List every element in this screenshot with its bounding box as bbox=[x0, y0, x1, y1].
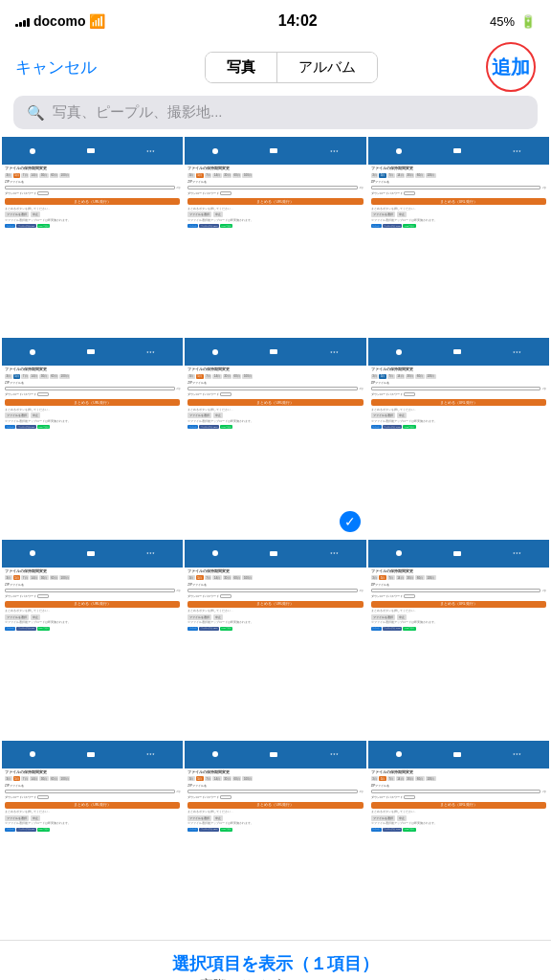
cell-line-btn[interactable]: LINEで送る bbox=[403, 828, 415, 832]
photo-cell[interactable]: ★★★ ファイルの保持期間変更 3日5日7日14日30日60日100日 ZIPフ… bbox=[2, 540, 183, 739]
photo-cell[interactable]: ★★★ ファイルの保持期間変更 3日5日7日14日30日60日100日 ZIPフ… bbox=[2, 137, 183, 336]
cell-combine-btn[interactable]: まとめる（URL発行） bbox=[371, 399, 546, 406]
add-button[interactable]: 追加 bbox=[486, 42, 536, 92]
photo-cell[interactable]: ★★★ ファイルの保持期間変更 3日5日7日14日30日60日100日 ZIPフ… bbox=[185, 137, 365, 336]
cell-follow-btn[interactable]: フォローする 1,812 bbox=[383, 224, 403, 228]
cell-combine-btn[interactable]: まとめる（URL発行） bbox=[187, 198, 363, 205]
cell-zip-input[interactable] bbox=[187, 790, 358, 793]
cell-line-btn[interactable]: LINEで送る bbox=[37, 425, 50, 429]
cell-file-btn[interactable]: ファイルを選択 bbox=[5, 614, 29, 620]
cell-file-btn[interactable]: ファイルを選択 bbox=[187, 614, 211, 620]
tab-album[interactable]: アルバム bbox=[277, 53, 377, 82]
cell-follow-btn[interactable]: フォローする 1,812 bbox=[16, 224, 36, 228]
cell-line-btn[interactable]: LINEで送る bbox=[403, 425, 415, 429]
cell-stop-btn[interactable]: 中止 bbox=[213, 212, 223, 217]
cell-file-btn[interactable]: ファイルを選択 bbox=[187, 815, 211, 821]
cell-line-btn[interactable]: LINEで送る bbox=[220, 627, 232, 631]
cell-follow-btn[interactable]: フォローする 1,812 bbox=[16, 828, 36, 832]
cell-stop-btn[interactable]: 中止 bbox=[213, 614, 223, 620]
cell-combine-btn[interactable]: まとめる（URL発行） bbox=[371, 802, 546, 809]
tab-photo[interactable]: 写真 bbox=[206, 53, 277, 82]
photo-cell[interactable]: ★★★ ファイルの保持期間変更 3日5日7日14日30日60日100日 ZIPフ… bbox=[185, 540, 365, 739]
cell-tweet-btn[interactable]: ツイート bbox=[5, 828, 15, 832]
cell-line-btn[interactable]: LINEで送る bbox=[37, 828, 50, 832]
cell-tweet-btn[interactable]: ツイート bbox=[5, 627, 15, 631]
cell-zip-input[interactable] bbox=[371, 186, 541, 189]
cell-zip-input[interactable] bbox=[371, 790, 541, 793]
cell-password-input[interactable] bbox=[37, 392, 49, 396]
cell-tweet-btn[interactable]: ツイート bbox=[5, 425, 15, 429]
cell-combine-btn[interactable]: まとめる（URL発行） bbox=[371, 601, 546, 608]
cell-stop-btn[interactable]: 中止 bbox=[397, 614, 407, 620]
cell-file-btn[interactable]: ファイルを選択 bbox=[187, 212, 211, 217]
cell-stop-btn[interactable]: 中止 bbox=[213, 412, 223, 418]
cell-follow-btn[interactable]: フォローする 1,812 bbox=[383, 828, 403, 832]
photo-cell[interactable]: ★★★ ファイルの保持期間変更 3日5日7日14日30日60日100日 ZIPフ… bbox=[368, 540, 549, 739]
cell-tweet-btn[interactable]: ツイート bbox=[371, 828, 382, 832]
cell-tweet-btn[interactable]: ツイート bbox=[371, 224, 382, 228]
cell-tweet-btn[interactable]: ツイート bbox=[371, 425, 382, 429]
cell-follow-btn[interactable]: フォローする 1,812 bbox=[199, 224, 219, 228]
photo-cell[interactable]: ★★★ ファイルの保持期間変更 3日5日7日14日30日60日100日 ZIPフ… bbox=[185, 338, 365, 537]
cell-password-input[interactable] bbox=[404, 795, 415, 799]
photo-cell[interactable]: ★★★ ファイルの保持期間変更 3日5日7日14日30日60日100日 ZIPフ… bbox=[185, 741, 365, 940]
cell-follow-btn[interactable]: フォローする 1,812 bbox=[199, 425, 219, 429]
cell-zip-input[interactable] bbox=[187, 589, 358, 592]
cell-zip-input[interactable] bbox=[371, 387, 541, 390]
cell-zip-input[interactable] bbox=[5, 186, 175, 189]
cell-line-btn[interactable]: LINEで送る bbox=[403, 224, 415, 228]
cell-combine-btn[interactable]: まとめる（URL発行） bbox=[187, 802, 363, 809]
cell-tweet-btn[interactable]: ツイート bbox=[187, 627, 198, 631]
cancel-button[interactable]: キャンセル bbox=[15, 56, 97, 78]
cell-line-btn[interactable]: LINEで送る bbox=[37, 627, 50, 631]
photo-cell[interactable]: ★★★ ファイルの保持期間変更 3日5日7日14日30日60日100日 ZIPフ… bbox=[368, 137, 549, 336]
cell-password-input[interactable] bbox=[37, 795, 49, 799]
cell-combine-btn[interactable]: まとめる（URL発行） bbox=[5, 198, 180, 205]
cell-combine-btn[interactable]: まとめる（URL発行） bbox=[187, 601, 363, 608]
cell-stop-btn[interactable]: 中止 bbox=[31, 815, 40, 821]
cell-zip-input[interactable] bbox=[5, 589, 175, 592]
cell-stop-btn[interactable]: 中止 bbox=[31, 614, 40, 620]
cell-password-input[interactable] bbox=[220, 191, 231, 195]
cell-password-input[interactable] bbox=[404, 594, 415, 598]
cell-stop-btn[interactable]: 中止 bbox=[397, 815, 407, 821]
cell-zip-input[interactable] bbox=[371, 589, 541, 592]
cell-line-btn[interactable]: LINEで送る bbox=[220, 425, 232, 429]
cell-combine-btn[interactable]: まとめる（URL発行） bbox=[371, 198, 546, 205]
cell-file-btn[interactable]: ファイルを選択 bbox=[371, 412, 395, 418]
photo-cell[interactable]: ★★★ ファイルの保持期間変更 3日5日7日14日30日60日100日 ZIPフ… bbox=[2, 338, 183, 537]
cell-password-input[interactable] bbox=[220, 594, 231, 598]
cell-zip-input[interactable] bbox=[187, 186, 358, 189]
cell-stop-btn[interactable]: 中止 bbox=[31, 412, 40, 418]
cell-stop-btn[interactable]: 中止 bbox=[397, 412, 407, 418]
cell-zip-input[interactable] bbox=[5, 387, 175, 390]
cell-file-btn[interactable]: ファイルを選択 bbox=[187, 412, 211, 418]
cell-password-input[interactable] bbox=[37, 191, 49, 195]
cell-tweet-btn[interactable]: ツイート bbox=[371, 627, 382, 631]
cell-file-btn[interactable]: ファイルを選択 bbox=[5, 815, 29, 821]
cell-password-input[interactable] bbox=[37, 594, 49, 598]
cell-password-input[interactable] bbox=[220, 392, 231, 396]
cell-follow-btn[interactable]: フォローする 1,812 bbox=[16, 425, 36, 429]
cell-tweet-btn[interactable]: ツイート bbox=[187, 224, 198, 228]
cell-line-btn[interactable]: LINEで送る bbox=[220, 224, 232, 228]
cell-combine-btn[interactable]: まとめる（URL発行） bbox=[187, 399, 363, 406]
cell-line-btn[interactable]: LINEで送る bbox=[37, 224, 50, 228]
photo-cell[interactable]: ★★★ ファイルの保持期間変更 3日5日7日14日30日60日100日 ZIPフ… bbox=[368, 741, 549, 940]
cell-password-input[interactable] bbox=[404, 392, 415, 396]
cell-tweet-btn[interactable]: ツイート bbox=[5, 224, 15, 228]
search-bar[interactable]: 🔍 写真、ピープル、撮影地... bbox=[13, 96, 538, 129]
cell-zip-input[interactable] bbox=[5, 790, 175, 793]
cell-follow-btn[interactable]: フォローする 1,812 bbox=[199, 828, 219, 832]
cell-stop-btn[interactable]: 中止 bbox=[397, 212, 407, 217]
cell-zip-input[interactable] bbox=[187, 387, 358, 390]
cell-stop-btn[interactable]: 中止 bbox=[213, 815, 223, 821]
cell-line-btn[interactable]: LINEで送る bbox=[220, 828, 232, 832]
cell-password-input[interactable] bbox=[220, 795, 231, 799]
cell-follow-btn[interactable]: フォローする 1,812 bbox=[199, 627, 219, 631]
cell-combine-btn[interactable]: まとめる（URL発行） bbox=[5, 802, 180, 809]
cell-follow-btn[interactable]: フォローする 1,812 bbox=[16, 627, 36, 631]
photo-cell[interactable]: ★★★ ファイルの保持期間変更 3日5日7日14日30日60日100日 ZIPフ… bbox=[2, 741, 183, 940]
cell-combine-btn[interactable]: まとめる（URL発行） bbox=[5, 601, 180, 608]
cell-stop-btn[interactable]: 中止 bbox=[31, 212, 40, 217]
